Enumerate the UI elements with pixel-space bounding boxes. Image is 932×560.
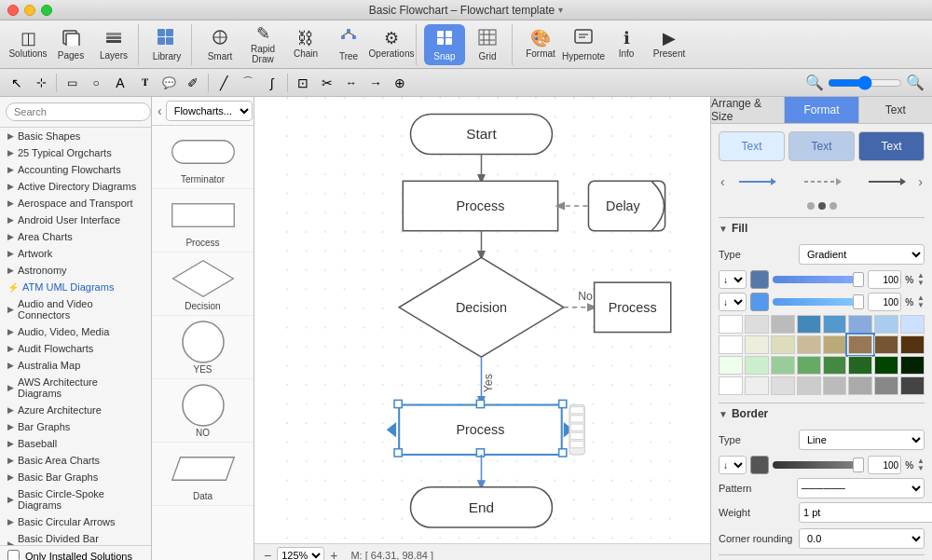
color-cell-7[interactable] <box>900 315 925 334</box>
shadow-section-header[interactable]: ▶ Shadow <box>719 554 925 560</box>
info-button[interactable]: ℹ Info <box>606 24 647 65</box>
shape-item-data[interactable]: Data <box>152 443 254 506</box>
border-pattern-select[interactable]: ────── - - - - · · · · <box>797 478 925 499</box>
fill-color-swatch-2[interactable] <box>750 293 769 311</box>
color-cell-22[interactable] <box>874 356 898 375</box>
lib-item-accounting-flowcharts[interactable]: ▶Accounting Flowcharts <box>0 161 151 178</box>
tab-arrange-size[interactable]: Arrange & Size <box>711 97 785 123</box>
lib-item-australia-map[interactable]: ▶Australia Map <box>0 357 151 374</box>
color-cell-25[interactable] <box>745 376 769 395</box>
grid-button[interactable]: Grid <box>467 24 508 65</box>
styled-text-tool[interactable]: 𝐓 <box>133 72 156 94</box>
color-cell-1[interactable] <box>745 315 769 334</box>
lasso-tool[interactable]: ⊹ <box>30 72 52 94</box>
hypernote-button[interactable]: Hypernote <box>563 24 604 65</box>
color-cell-3[interactable] <box>797 315 821 334</box>
color-cell-28[interactable] <box>823 376 847 395</box>
shape-item-process[interactable]: Process <box>152 189 254 253</box>
tree-button[interactable]: Tree <box>328 24 369 65</box>
lib-item-basic-area-charts[interactable]: ▶Basic Area Charts <box>0 452 151 469</box>
title-dropdown-arrow[interactable]: ▾ <box>558 5 563 15</box>
arrow-connector-tool[interactable]: → <box>364 72 387 94</box>
format-button[interactable]: 🎨 Format <box>520 24 561 65</box>
border-weight-input[interactable] <box>799 502 932 523</box>
solutions-button[interactable]: ◫ Solutions <box>7 24 48 65</box>
arrow-sample-3[interactable] <box>867 172 906 191</box>
fill-angle-select-2[interactable]: ↓ <box>719 293 747 311</box>
color-cell-12[interactable] <box>823 335 847 354</box>
border-mini-select[interactable]: ↓ <box>719 456 747 474</box>
lib-item-basic-bar-graphs[interactable]: ▶Basic Bar Graphs <box>0 469 151 485</box>
snap-button[interactable]: Snap <box>424 24 465 65</box>
line-tool[interactable]: ╱ <box>212 72 235 94</box>
color-cell-23[interactable] <box>900 356 925 375</box>
color-cell-8[interactable] <box>719 335 743 354</box>
arrow-dot-1[interactable] <box>807 202 815 210</box>
lib-item-astronomy[interactable]: ▶Astronomy <box>0 262 151 279</box>
lib-item-atm-uml[interactable]: ⚡ATM UML Diagrams <box>0 279 151 295</box>
zoom-in-tool[interactable]: 🔍 <box>904 72 926 94</box>
text-style-dark[interactable]: Text <box>858 131 925 161</box>
oval-tool[interactable]: ○ <box>85 72 107 94</box>
lib-item-audio-video-connectors[interactable]: ▶Audio and Video Connectors <box>0 295 151 323</box>
lib-item-area-charts[interactable]: ▶Area Charts <box>0 228 151 245</box>
zoom-in-button[interactable]: + <box>328 548 339 561</box>
arrow-next[interactable]: › <box>916 174 925 189</box>
callout-tool[interactable]: 💬 <box>158 72 180 94</box>
scissors-tool[interactable]: ✂ <box>316 72 338 94</box>
tab-format[interactable]: Format <box>785 97 858 123</box>
lib-item-basic-divided-bar[interactable]: ▶Basic Divided Bar Diagrams <box>0 530 151 545</box>
color-cell-31[interactable] <box>900 376 925 395</box>
shape-item-no-connector[interactable]: NO <box>152 379 254 443</box>
color-cell-21[interactable] <box>848 356 872 375</box>
color-cell-18[interactable] <box>771 356 795 375</box>
corner-rounding-select[interactable]: 0.0 <box>799 528 925 549</box>
color-cell-26[interactable] <box>771 376 795 395</box>
library-button[interactable]: Library <box>146 24 187 65</box>
lib-item-bar-graphs[interactable]: ▶Bar Graphs <box>0 418 151 435</box>
fill-pct-2[interactable] <box>868 293 901 311</box>
lib-item-android-ui[interactable]: ▶Android User Interface <box>0 212 151 228</box>
tab-text[interactable]: Text <box>859 97 932 123</box>
color-cell-0[interactable] <box>719 315 743 334</box>
lib-item-basic-circle-spoke[interactable]: ▶Basic Circle-Spoke Diagrams <box>0 485 151 513</box>
fill-spin-dn-1[interactable]: ▼ <box>917 280 925 287</box>
color-cell-5[interactable] <box>848 315 872 334</box>
rapid-draw-button[interactable]: ✎ Rapid Draw <box>242 24 283 65</box>
text-style-medium[interactable]: Text <box>788 131 855 161</box>
smart-button[interactable]: Smart <box>199 24 240 65</box>
zoom-out-tool[interactable]: 🔍 <box>803 72 826 94</box>
pointer-tool[interactable]: ↖ <box>6 72 28 94</box>
rect-tool[interactable]: ▭ <box>61 72 83 94</box>
color-cell-6[interactable] <box>874 315 898 334</box>
search-input[interactable] <box>6 102 151 121</box>
maximize-button[interactable] <box>41 5 52 16</box>
arc-tool[interactable]: ⌒ <box>237 72 259 94</box>
border-section-header[interactable]: ▼ Border <box>719 403 925 424</box>
color-cell-14[interactable] <box>874 335 898 354</box>
canvas-area[interactable]: Start Process Delay Decision <box>254 97 710 560</box>
color-cell-29[interactable] <box>848 376 872 395</box>
lib-item-aws-architecture[interactable]: ▶AWS Architecture Diagrams <box>0 374 151 402</box>
color-cell-15[interactable] <box>900 335 925 354</box>
lib-item-azure[interactable]: ▶Azure Architecture <box>0 402 151 418</box>
color-cell-13[interactable] <box>848 335 872 354</box>
operations-button[interactable]: ⚙ Operations <box>371 24 412 65</box>
fill-pct-1[interactable] <box>868 270 901 289</box>
fill-color-swatch-1[interactable] <box>750 270 769 289</box>
arrow-prev[interactable]: ‹ <box>719 174 727 189</box>
border-pct[interactable] <box>868 456 901 474</box>
transform-tool[interactable]: ⊕ <box>389 72 411 94</box>
arrow-dot-2[interactable] <box>818 202 826 210</box>
zoom-select[interactable]: 125% 100% 75% 50% 150% <box>277 547 324 561</box>
color-cell-27[interactable] <box>797 376 821 395</box>
color-cell-30[interactable] <box>874 376 898 395</box>
panel-back-arrow[interactable]: ‹ <box>158 103 162 118</box>
lib-item-baseball[interactable]: ▶Baseball <box>0 435 151 452</box>
color-cell-9[interactable] <box>745 335 769 354</box>
color-cell-20[interactable] <box>823 356 847 375</box>
bezier-tool[interactable]: ∫ <box>261 72 283 94</box>
lib-item-25-typical-orgcharts[interactable]: ▶25 Typical Orgcharts <box>0 144 151 161</box>
lib-item-active-directory[interactable]: ▶Active Directory Diagrams <box>0 178 151 195</box>
color-cell-2[interactable] <box>771 315 795 334</box>
